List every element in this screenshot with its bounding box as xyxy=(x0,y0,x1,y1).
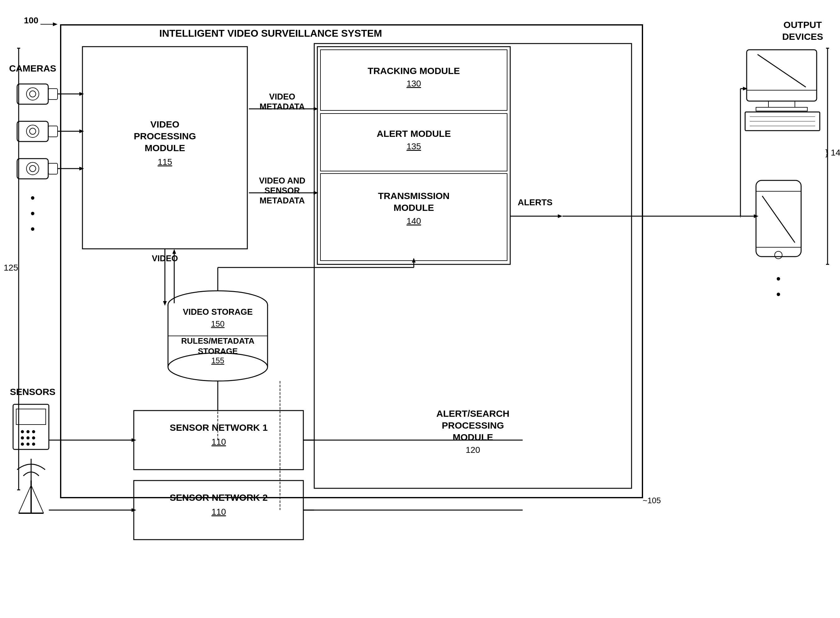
camera-dots: • xyxy=(30,191,35,205)
system-title: INTELLIGENT VIDEO SURVEILLANCE SYSTEM xyxy=(159,28,382,39)
svg-point-28 xyxy=(21,443,24,446)
svg-point-29 xyxy=(27,443,30,446)
as-label-1: ALERT/SEARCH xyxy=(436,409,509,419)
ref-125: 125 xyxy=(4,263,18,272)
svg-rect-0 xyxy=(0,0,840,618)
output-ref: } 145 xyxy=(825,148,840,157)
vp-label-1: VIDEO xyxy=(150,119,179,129)
vp-label-2: PROCESSING xyxy=(134,131,196,141)
svg-point-27 xyxy=(32,436,35,440)
vp-label-3: MODULE xyxy=(145,143,185,153)
svg-point-30 xyxy=(32,443,35,446)
video-sensor-meta-label: VIDEO AND xyxy=(259,176,305,186)
video-metadata-label: VIDEO xyxy=(269,92,295,101)
output-dots: • xyxy=(776,272,781,285)
svg-text:SENSOR: SENSOR xyxy=(265,186,300,195)
svg-text:•: • xyxy=(776,287,781,301)
trans-ref: 140 xyxy=(407,216,421,226)
svg-text:•: • xyxy=(30,222,35,236)
trans-label-2: MODULE xyxy=(394,202,434,213)
svg-point-25 xyxy=(21,436,24,440)
output-devices-label-1: OUTPUT xyxy=(784,19,822,30)
svg-point-23 xyxy=(27,430,30,433)
tracking-ref: 130 xyxy=(407,79,421,88)
vs-label-1: VIDEO STORAGE xyxy=(183,307,253,316)
trans-label-1: TRANSMISSION xyxy=(378,191,449,201)
svg-text:METADATA: METADATA xyxy=(259,102,305,111)
alerts-label: ALERTS xyxy=(518,198,553,207)
svg-text:•: • xyxy=(30,206,35,220)
as-ref: 120 xyxy=(466,445,480,455)
svg-text:METADATA: METADATA xyxy=(259,196,305,205)
sn2-ref: 110 xyxy=(211,507,226,517)
rm-ref: 155 xyxy=(211,356,224,365)
as-label-2: PROCESSING xyxy=(442,420,504,431)
output-devices-label-2: DEVICES xyxy=(782,31,823,42)
svg-point-24 xyxy=(32,430,35,433)
alert-label-1: ALERT MODULE xyxy=(377,128,451,139)
svg-point-26 xyxy=(27,436,30,440)
sensors-label: SENSORS xyxy=(10,386,56,397)
vs-ref: 150 xyxy=(211,319,224,328)
tracking-label-1: TRACKING MODULE xyxy=(368,65,460,76)
as-label-3: MODULE xyxy=(453,432,493,442)
ref-105: ~105 xyxy=(643,496,661,505)
alert-ref: 135 xyxy=(407,141,421,151)
diagram-container: INTELLIGENT VIDEO SURVEILLANCE SYSTEM 10… xyxy=(0,0,840,618)
sn1-ref: 110 xyxy=(211,437,226,447)
ref-100: 100 xyxy=(24,16,39,25)
sn1-label-1: SENSOR NETWORK 1 xyxy=(169,422,268,432)
cameras-label: CAMERAS xyxy=(9,63,56,73)
sn2-label-1: SENSOR NETWORK 2 xyxy=(169,492,268,503)
vp-ref: 115 xyxy=(158,157,172,167)
rm-label-1: RULES/METADATA xyxy=(181,336,254,346)
rm-label-2: STORAGE xyxy=(198,346,238,356)
svg-point-22 xyxy=(21,430,24,433)
